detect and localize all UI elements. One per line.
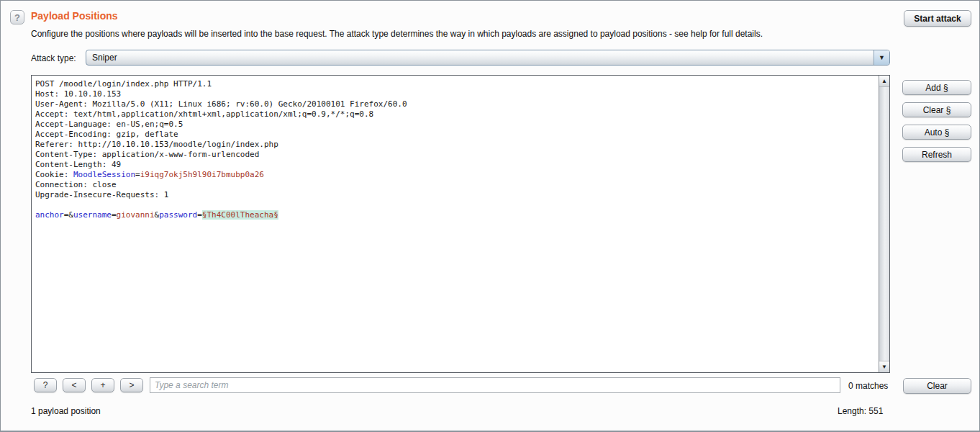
attack-type-label: Attack type: xyxy=(31,53,76,63)
page-title: Payload Positions xyxy=(31,10,118,22)
request-length: Length: 551 xyxy=(838,406,883,416)
request-line: Content-Length: 49 xyxy=(35,160,877,170)
request-line: Upgrade-Insecure-Requests: 1 xyxy=(35,190,877,200)
request-line: anchor=&username=giovanni&password=§Th4C… xyxy=(35,210,877,220)
panel-description: Configure the positions where payloads w… xyxy=(31,29,763,39)
search-prev-button[interactable]: < xyxy=(63,378,86,392)
payload-marker[interactable]: §Th4C00lTheacha§ xyxy=(202,210,278,220)
request-line: Accept-Encoding: gzip, deflate xyxy=(35,130,877,140)
request-editor-content[interactable]: POST /moodle/login/index.php HTTP/1.1Hos… xyxy=(35,79,877,371)
refresh-button[interactable]: Refresh xyxy=(902,147,971,162)
search-add-button[interactable]: + xyxy=(91,378,114,392)
payload-positions-panel: ? Payload Positions Start attack Configu… xyxy=(0,0,980,432)
match-count: 0 matches xyxy=(848,381,888,391)
payload-position-count: 1 payload position xyxy=(31,406,101,416)
request-line: Referer: http://10.10.10.153/moodle/logi… xyxy=(35,140,877,150)
request-line: Content-Type: application/x-www-form-url… xyxy=(35,150,877,160)
start-attack-button[interactable]: Start attack xyxy=(904,10,971,27)
search-input[interactable] xyxy=(150,377,840,393)
auto-marker-button[interactable]: Auto § xyxy=(902,125,971,140)
scroll-up-icon[interactable]: ▲ xyxy=(879,76,889,87)
request-line: Connection: close xyxy=(35,180,877,190)
request-line: Accept: text/html,application/xhtml+xml,… xyxy=(35,109,877,120)
request-line: Accept-Language: en-US,en;q=0.5 xyxy=(35,120,877,130)
search-help-button[interactable]: ? xyxy=(34,378,57,392)
attack-type-select[interactable]: Sniper ▼ xyxy=(86,50,890,66)
clear-marker-button[interactable]: Clear § xyxy=(902,102,971,117)
chevron-down-icon[interactable]: ▼ xyxy=(874,50,889,65)
request-line xyxy=(35,200,877,210)
request-line: Host: 10.10.10.153 xyxy=(35,89,877,99)
request-editor[interactable]: POST /moodle/login/index.php HTTP/1.1Hos… xyxy=(31,75,890,373)
request-line: User-Agent: Mozilla/5.0 (X11; Linux i686… xyxy=(35,99,877,109)
request-line: POST /moodle/login/index.php HTTP/1.1 xyxy=(35,79,877,89)
clear-search-button[interactable]: Clear xyxy=(903,378,971,394)
attack-type-value: Sniper xyxy=(86,53,874,63)
add-marker-button[interactable]: Add § xyxy=(902,80,971,95)
help-icon[interactable]: ? xyxy=(10,10,24,24)
search-next-button[interactable]: > xyxy=(120,378,143,392)
editor-scrollbar[interactable]: ▲ ▼ xyxy=(879,76,889,372)
request-line: Cookie: MoodleSession=i9iqg7okj5h9l90i7b… xyxy=(35,170,877,180)
scroll-down-icon[interactable]: ▼ xyxy=(879,361,889,372)
